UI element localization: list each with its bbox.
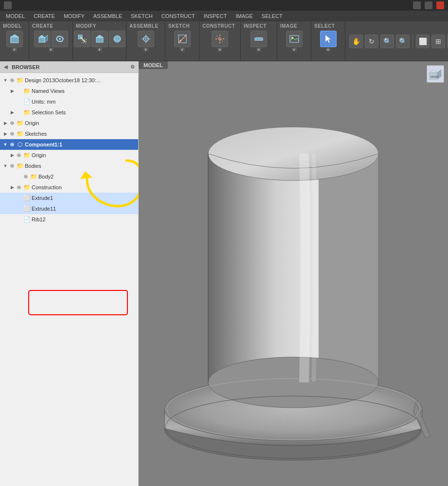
svg-point-41 (12, 144, 13, 145)
tree-eye-bodies[interactable] (9, 162, 16, 169)
tree-expand-sketches[interactable]: ▶ (2, 130, 9, 137)
toolbar-select-section: SELECT ▼ (311, 21, 345, 61)
tree-item-root[interactable]: ▼ 📁 Design 2013October18 12:30:... (0, 75, 138, 86)
tree-expand-root[interactable]: ▼ (2, 77, 9, 84)
tree-item-construction[interactable]: ▶ 📁 Construction (0, 182, 138, 193)
image-icon[interactable] (286, 31, 303, 47)
tree-folder-comp-origin: 📁 (23, 152, 31, 159)
tree-folder-units: 📄 (23, 98, 31, 105)
menu-construct[interactable]: CONSTRUCT (158, 12, 199, 20)
tree-item-extrude11[interactable]: ▶ ⬜ Extrude11 (0, 203, 138, 214)
modify-circle-icon[interactable] (109, 31, 125, 47)
tree-item-sketches[interactable]: ▶ 📁 Sketches (0, 128, 138, 139)
home-cube-widget[interactable]: FRONT (427, 65, 444, 83)
modify-move-icon[interactable] (74, 31, 90, 47)
pan-icon[interactable]: ✋ (349, 35, 363, 48)
inspect-dropdown[interactable]: ▼ (256, 48, 261, 52)
tree-eye-sketches[interactable] (9, 130, 16, 137)
close-button[interactable] (436, 1, 444, 9)
tree-expand-origin[interactable]: ▶ (2, 120, 9, 126)
browser-collapse-button[interactable]: ◀ (3, 64, 9, 70)
menu-sketch[interactable]: SKETCH (127, 12, 157, 20)
tree-label-sketches: Sketches (25, 131, 47, 137)
tree-eye-body2[interactable] (22, 173, 29, 180)
tree-label-extrude11: Extrude11 (32, 206, 56, 212)
tree-expand-construction[interactable]: ▶ (9, 184, 16, 191)
zoom-in-icon[interactable]: 🔍 (380, 35, 394, 48)
tree-item-selection-sets[interactable]: ▶ 📁 Selection Sets (0, 107, 138, 118)
titlebar (0, 0, 448, 11)
menu-image[interactable]: IMAGE (232, 12, 256, 20)
viewport[interactable]: MODEL (139, 61, 448, 486)
svg-marker-14 (96, 35, 103, 37)
modify-box2-icon[interactable] (91, 31, 108, 47)
tree-eye-root[interactable] (9, 77, 16, 84)
construct-icon[interactable] (212, 31, 228, 47)
select-dropdown[interactable]: ▼ (326, 48, 331, 52)
select-icon[interactable] (320, 31, 337, 47)
tree-folder-construction: 📁 (23, 184, 31, 191)
tree-label-selection-sets: Selection Sets (32, 109, 66, 115)
tree-item-bodies[interactable]: ▼ 📁 Bodies (0, 161, 138, 171)
tree-item-rib12[interactable]: ▶ 📄 Rib12 (0, 214, 138, 225)
svg-point-34 (12, 80, 13, 81)
tree-item-component1[interactable]: ▼ ⬡ Component1:1 (0, 139, 138, 150)
create-hand-icon[interactable] (52, 31, 68, 47)
svg-point-56 (208, 357, 378, 408)
tree-item-units[interactable]: ▶ 📄 Units: mm (0, 96, 138, 107)
create-dropdown[interactable]: ▼ (49, 48, 54, 52)
minimize-button[interactable] (413, 1, 421, 9)
tree-item-origin[interactable]: ▶ 📁 Origin (0, 118, 138, 128)
svg-line-25 (216, 36, 223, 42)
menu-modify[interactable]: MODIFY (60, 12, 89, 20)
toolbar-inspect-section: INSPECT ▼ (241, 21, 277, 61)
browser-settings-button[interactable]: ⚙ (129, 64, 135, 70)
svg-point-39 (12, 133, 13, 135)
toolbar-nav-section: ✋ ↻ 🔍 🔍 ⬜ ⊞ ⋯ (345, 21, 448, 61)
image-dropdown[interactable]: ▼ (292, 48, 297, 52)
orbit-icon[interactable]: ↻ (365, 35, 378, 48)
tree-eye-construction[interactable] (16, 184, 22, 191)
tree-eye-comp-origin[interactable] (16, 152, 22, 159)
svg-point-49 (18, 187, 20, 188)
tree-expand-named-views[interactable]: ▶ (9, 88, 16, 94)
tree-expand-component1[interactable]: ▼ (2, 141, 9, 148)
assemble-dropdown[interactable]: ▼ (143, 48, 148, 52)
zoom-out-icon[interactable]: 🔍 (396, 35, 410, 48)
display-mode-icon[interactable]: ⬜ (416, 35, 430, 48)
tree-eye-origin[interactable] (9, 120, 16, 126)
tree-folder-sketches: 📁 (16, 130, 24, 137)
assemble-joint-icon[interactable] (138, 31, 154, 47)
modify-dropdown[interactable]: ▼ (97, 48, 102, 52)
menu-select[interactable]: SELECT (258, 12, 287, 20)
tree-item-named-views[interactable]: ▶ 📁 Named Views (0, 86, 138, 96)
tree-label-extrude1: Extrude1 (32, 195, 53, 201)
tree-label-root: Design 2013October18 12:30:... (25, 77, 101, 83)
svg-rect-26 (255, 38, 263, 40)
sketch-icon[interactable] (174, 31, 191, 47)
model-dropdown[interactable]: ▼ (12, 48, 17, 52)
create-box-icon[interactable] (34, 31, 51, 47)
svg-point-55 (208, 127, 378, 180)
menu-model[interactable]: MODEL (2, 12, 29, 20)
tree-label-construction: Construction (32, 184, 62, 190)
menu-assemble[interactable]: ASSEMBLE (90, 12, 126, 20)
tree-folder-body2: 📁 (30, 173, 37, 180)
maximize-button[interactable] (425, 1, 432, 9)
tree-eye-component1[interactable] (9, 141, 16, 148)
toolbar-sketch-label: SKETCH (168, 23, 190, 30)
menu-create[interactable]: CREATE (30, 12, 59, 20)
tree-item-body2[interactable]: ▶ 📁 Body2 (0, 171, 138, 182)
tree-expand-comp-origin[interactable]: ▶ (9, 152, 16, 159)
tree-item-comp-origin[interactable]: ▶ 📁 Origin (0, 150, 138, 161)
grid-icon[interactable]: ⊞ (431, 35, 445, 48)
construct-dropdown[interactable]: ▼ (217, 48, 222, 52)
menu-inspect[interactable]: INSPECT (200, 12, 231, 20)
tree-item-extrude1[interactable]: ▶ ⬜ Extrude1 (0, 193, 138, 203)
model-icon[interactable] (6, 31, 23, 47)
tree-expand-selection-sets[interactable]: ▶ (9, 109, 16, 116)
browser-tree: ▼ 📁 Design 2013October18 12:30:... ▶ 📁 N… (0, 73, 138, 486)
inspect-ruler-icon[interactable] (251, 31, 267, 47)
sketch-dropdown[interactable]: ▼ (180, 48, 185, 52)
tree-expand-bodies[interactable]: ▼ (2, 162, 9, 169)
